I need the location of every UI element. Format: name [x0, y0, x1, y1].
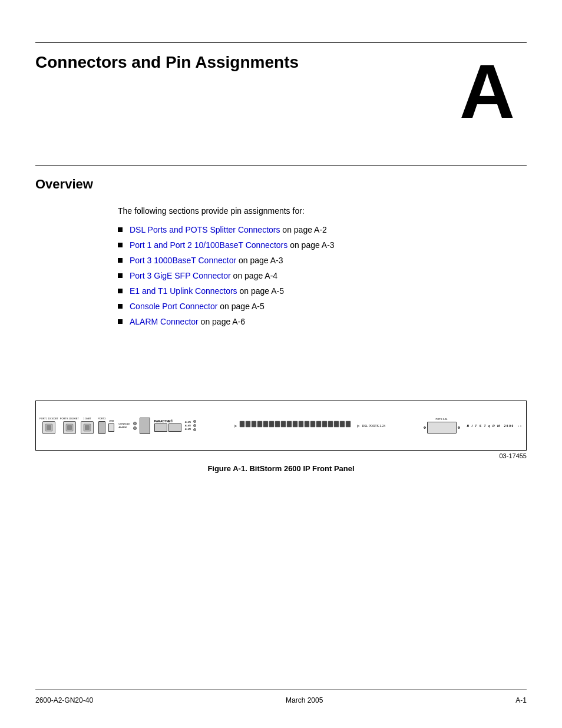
page-ref: on page A-2 — [280, 225, 326, 234]
list-item: E1 and T1 Uplink Connectors on page A-5 — [118, 286, 527, 296]
footer-rule — [35, 689, 527, 690]
chapter-letter: A — [459, 53, 515, 130]
console-port-link[interactable]: Console Port Connector — [130, 302, 217, 311]
svg-rect-1 — [47, 425, 51, 430]
top-rule — [35, 42, 527, 43]
svg-rect-3 — [67, 425, 72, 430]
list-item: Port 3 GigE SFP Connector on page A-4 — [118, 271, 527, 280]
panel-right-section: POTS 1-24 B I T S T ę R M 2600 ♪○ — [424, 418, 523, 434]
dsl-ports-svg — [239, 419, 356, 433]
overview-heading: Overview — [35, 177, 93, 192]
svg-rect-21 — [322, 421, 327, 427]
list-item: Console Port Connector on page A-5 — [118, 302, 527, 311]
page-ref: on page A-3 — [287, 240, 334, 250]
front-panel: PORT1 10/100BT PORTS 10/100BT — [36, 401, 526, 450]
svg-rect-13 — [275, 421, 280, 427]
bullet-list: DSL Ports and POTS Splitter Connectors o… — [118, 225, 527, 326]
port2-icon — [63, 421, 76, 434]
alarm-link[interactable]: ALARM Connector — [130, 317, 199, 326]
footer-center: March 2005 — [286, 696, 323, 704]
svg-rect-12 — [269, 421, 274, 427]
doc-number: 03-17455 — [35, 452, 527, 459]
svg-rect-8 — [246, 421, 250, 427]
svg-rect-7 — [240, 421, 244, 427]
port3-1000baset-link[interactable]: Port 3 1000BaseT Connector — [130, 256, 236, 265]
figure-caption: Figure A-1. BitStorm 2600 IP Front Panel — [35, 464, 527, 473]
list-item: ALARM Connector on page A-6 — [118, 317, 527, 326]
bullet-square — [118, 289, 123, 293]
page-ref: on page A-3 — [236, 256, 283, 265]
svg-rect-17 — [299, 421, 303, 427]
bullet-content: E1 and T1 Uplink Connectors on page A-5 — [130, 286, 284, 296]
bullet-square — [118, 304, 123, 309]
footer: 2600-A2-GN20-40 March 2005 A-1 — [35, 696, 527, 704]
svg-rect-10 — [257, 421, 262, 427]
svg-rect-20 — [316, 421, 321, 427]
bullet-content: Port 3 GigE SFP Connector on page A-4 — [130, 271, 277, 280]
svg-rect-25 — [346, 421, 351, 427]
svg-rect-16 — [293, 421, 297, 427]
mid-rule — [35, 165, 527, 166]
list-item: Port 1 and Port 2 10/100BaseT Connectors… — [118, 240, 527, 250]
bullet-content: ALARM Connector on page A-6 — [130, 317, 245, 326]
svg-rect-9 — [252, 421, 256, 427]
intro-text: The following sections provide pin assig… — [118, 206, 527, 216]
svg-rect-5 — [85, 425, 90, 430]
bullet-square — [118, 319, 123, 324]
content-area: The following sections provide pin assig… — [118, 206, 527, 332]
figure-area: PORT1 10/100BT PORTS 10/100BT — [35, 401, 527, 473]
page-ref: on page A-5 — [237, 286, 284, 296]
svg-rect-24 — [340, 421, 345, 427]
list-item: DSL Ports and POTS Splitter Connectors o… — [118, 225, 527, 234]
svg-rect-18 — [305, 421, 309, 427]
svg-rect-11 — [263, 421, 268, 427]
bullet-content: Port 1 and Port 2 10/100BaseT Connectors… — [130, 240, 335, 250]
list-item: Port 3 1000BaseT Connector on page A-3 — [118, 256, 527, 265]
bullet-square — [118, 227, 123, 232]
port1-icon — [42, 421, 55, 434]
bullet-square — [118, 243, 123, 247]
page-ref: on page A-4 — [231, 271, 277, 280]
svg-rect-15 — [287, 421, 292, 427]
panel-left-section: PORT1 10/100BT PORTS 10/100BT — [39, 417, 196, 434]
bullet-square — [118, 258, 123, 263]
svg-rect-22 — [328, 421, 333, 427]
page-ref: on page A-5 — [217, 302, 264, 311]
footer-left: 2600-A2-GN20-40 — [35, 696, 93, 704]
port3-icon — [81, 421, 94, 434]
e1-t1-link[interactable]: E1 and T1 Uplink Connectors — [130, 286, 237, 296]
bullet-content: Console Port Connector on page A-5 — [130, 302, 265, 311]
footer-right: A-1 — [515, 696, 527, 704]
dsl-ports-link[interactable]: DSL Ports and POTS Splitter Connectors — [130, 225, 280, 234]
bullet-content: DSL Ports and POTS Splitter Connectors o… — [130, 225, 327, 234]
figure-box: PORT1 10/100BT PORTS 10/100BT — [35, 401, 527, 451]
page-ref: on page A-6 — [199, 317, 245, 326]
bullet-content: Port 3 1000BaseT Connector on page A-3 — [130, 256, 283, 265]
port3-gige-link[interactable]: Port 3 GigE SFP Connector — [130, 271, 231, 280]
svg-rect-14 — [281, 421, 286, 427]
svg-rect-19 — [310, 421, 315, 427]
svg-rect-23 — [334, 421, 339, 427]
bullet-square — [118, 273, 123, 278]
port1-port2-link[interactable]: Port 1 and Port 2 10/100BaseT Connectors — [130, 240, 287, 250]
chapter-title: Connectors and Pin Assignments — [35, 53, 299, 72]
